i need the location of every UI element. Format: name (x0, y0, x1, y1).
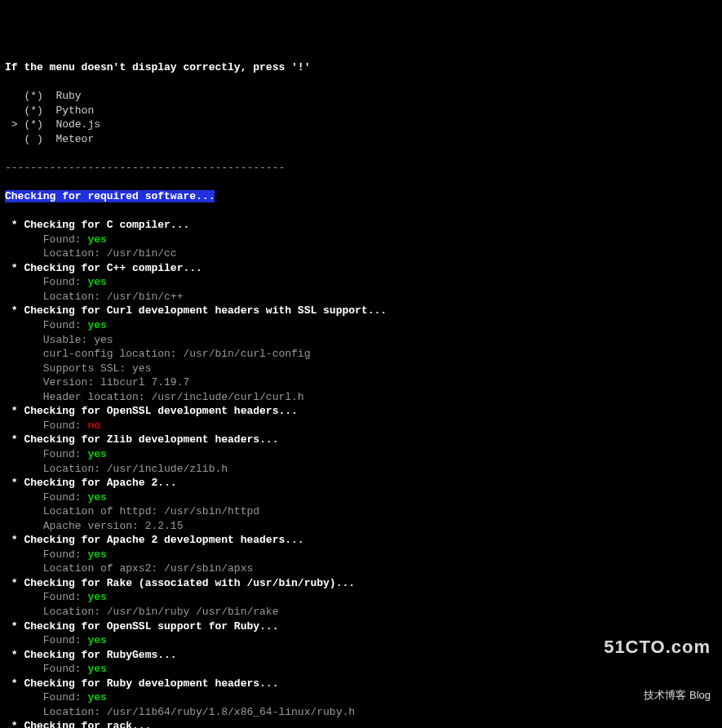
divider-1: ----------------------------------------… (5, 162, 285, 174)
check-detail: Location: /usr/bin/ruby /usr/bin/rake (5, 606, 278, 618)
check-detail: Supports SSL: yes (5, 362, 151, 375)
found-value: yes (87, 319, 106, 331)
check-title: * Checking for Apache 2... (5, 477, 177, 489)
found-value: yes (87, 548, 106, 561)
check-title: * Checking for Rake (associated with /us… (5, 577, 355, 589)
checks-block: * Checking for C compiler... Found: yes … (5, 219, 489, 728)
menu-items: (*) Ruby (*) Python > (*) Node.js ( ) Me… (5, 90, 100, 145)
found-label: Found: (5, 663, 87, 675)
check-title: * Checking for Curl development headers … (5, 304, 387, 317)
found-label: Found: (5, 491, 87, 504)
found-value: yes (87, 591, 106, 603)
check-detail: Header location: /usr/include/curl/curl.… (5, 391, 304, 403)
section-heading-checking: Checking for required software... (5, 190, 215, 202)
check-detail: Location: /usr/include/zlib.h (5, 463, 228, 475)
found-value: yes (87, 691, 106, 704)
found-label: Found: (5, 591, 87, 603)
found-value: yes (87, 276, 106, 288)
found-label: Found: (5, 233, 87, 246)
check-detail: Location of httpd: /usr/sbin/httpd (5, 505, 259, 517)
found-value: yes (87, 233, 106, 246)
found-label: Found: (5, 319, 87, 331)
check-detail: curl-config location: /usr/bin/curl-conf… (5, 348, 310, 360)
menu-warning: If the menu doesn't display correctly, p… (5, 61, 310, 73)
check-detail: Location of apxs2: /usr/sbin/apxs (5, 562, 253, 575)
check-detail: Location: /usr/bin/cc (5, 247, 177, 260)
found-value: yes (87, 634, 106, 646)
check-detail: Apache version: 2.2.15 (5, 520, 183, 532)
check-title: * Checking for OpenSSL development heade… (5, 405, 298, 417)
found-value: yes (87, 448, 106, 460)
check-title: * Checking for OpenSSL support for Ruby.… (5, 620, 278, 633)
check-title: * Checking for C compiler... (5, 219, 189, 231)
check-title: * Checking for RubyGems... (5, 649, 177, 661)
found-value: yes (87, 663, 106, 675)
found-label: Found: (5, 419, 87, 432)
terminal-output: If the menu doesn't display correctly, p… (5, 60, 717, 728)
found-label: Found: (5, 548, 87, 561)
found-label: Found: (5, 276, 87, 288)
check-detail: Location: /usr/lib64/ruby/1.8/x86_64-lin… (5, 706, 355, 718)
check-detail: Location: /usr/bin/c++ (5, 291, 183, 303)
found-value: no (87, 419, 100, 432)
found-label: Found: (5, 634, 87, 646)
check-title: * Checking for rack... (5, 720, 151, 728)
check-title: * Checking for Apache 2 development head… (5, 534, 304, 546)
found-label: Found: (5, 448, 87, 460)
found-label: Found: (5, 691, 87, 704)
check-title: * Checking for Zlib development headers.… (5, 433, 278, 446)
found-value: yes (87, 491, 106, 504)
check-detail: Version: libcurl 7.19.7 (5, 376, 189, 388)
check-title: * Checking for Ruby development headers.… (5, 677, 278, 690)
check-title: * Checking for C++ compiler... (5, 262, 202, 274)
check-detail: Usable: yes (5, 334, 113, 346)
